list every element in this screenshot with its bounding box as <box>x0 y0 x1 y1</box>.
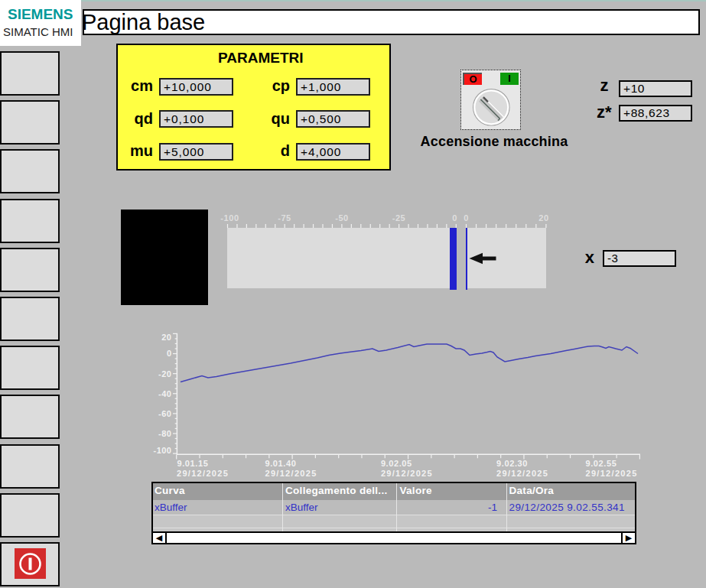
svg-text:0: 0 <box>464 213 469 223</box>
svg-text:-100: -100 <box>153 446 171 455</box>
svg-text:9.02.05: 9.02.05 <box>381 459 412 468</box>
svg-text:-50: -50 <box>335 213 349 223</box>
svg-text:-25: -25 <box>392 213 406 223</box>
svg-text:-20: -20 <box>158 369 171 378</box>
svg-text:0: 0 <box>452 213 457 223</box>
svg-text:20: 20 <box>161 333 171 342</box>
svg-text:29/12/2025: 29/12/2025 <box>177 469 229 478</box>
svg-text:29/12/2025: 29/12/2025 <box>586 469 638 478</box>
svg-text:9.02.30: 9.02.30 <box>496 459 528 468</box>
svg-text:0: 0 <box>167 349 172 358</box>
svg-text:9.01.40: 9.01.40 <box>265 459 297 468</box>
svg-text:-80: -80 <box>158 429 171 438</box>
svg-text:-40: -40 <box>158 389 171 398</box>
svg-text:9.02.55: 9.02.55 <box>586 459 617 468</box>
svg-text:9.01.15: 9.01.15 <box>177 459 209 468</box>
svg-text:29/12/2025: 29/12/2025 <box>381 469 433 478</box>
svg-text:-75: -75 <box>278 213 291 223</box>
svg-text:29/12/2025: 29/12/2025 <box>265 469 317 478</box>
svg-text:-60: -60 <box>158 409 171 418</box>
svg-text:29/12/2025: 29/12/2025 <box>496 469 548 478</box>
svg-text:-100: -100 <box>220 213 239 223</box>
svg-text:20: 20 <box>538 213 548 223</box>
